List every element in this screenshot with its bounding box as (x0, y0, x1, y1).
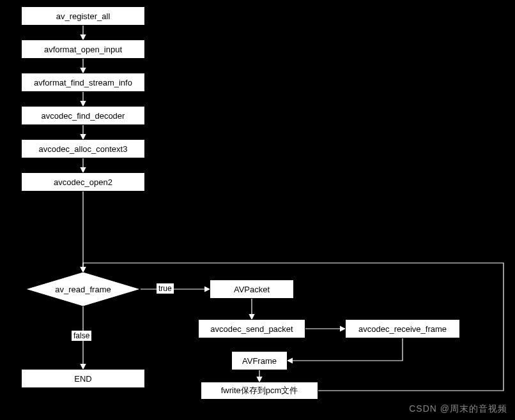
watermark: CSDN @周末的音视频 (409, 403, 507, 415)
node-send-packet: avcodec_send_packet (198, 319, 305, 338)
node-avpacket: AVPacket (210, 280, 294, 299)
node-text: avcodec_open2 (54, 177, 112, 187)
node-register: av_register_all (21, 6, 145, 26)
node-text: avformat_find_stream_info (34, 78, 132, 87)
node-read-frame-decision: av_read_frame (26, 272, 141, 306)
node-text: av_read_frame (55, 285, 111, 294)
node-open2: avcodec_open2 (21, 172, 145, 191)
watermark-text: CSDN @周末的音视频 (409, 403, 507, 414)
node-text: END (74, 374, 91, 384)
label-text: false (73, 331, 89, 340)
node-text: AVFrame (242, 356, 277, 366)
node-text: avformat_open_input (44, 45, 122, 54)
node-fwrite: fwrite保存到pcm文件 (201, 382, 318, 400)
node-text: avcodec_send_packet (210, 324, 293, 334)
node-text: AVPacket (234, 285, 270, 294)
node-text: avcodec_alloc_context3 (39, 144, 128, 154)
node-open-input: avformat_open_input (21, 40, 145, 59)
node-find-decoder: avcodec_find_decoder (21, 106, 145, 125)
label-text: true (158, 284, 172, 293)
node-find-stream: avformat_find_stream_info (21, 73, 145, 92)
node-avframe: AVFrame (231, 351, 288, 370)
node-text: avcodec_receive_frame (358, 324, 447, 334)
node-end: END (21, 369, 145, 388)
node-alloc-ctx: avcodec_alloc_context3 (21, 139, 145, 158)
label-false: false (72, 331, 91, 341)
node-text: avcodec_find_decoder (42, 111, 125, 121)
node-receive-frame: avcodec_receive_frame (345, 319, 460, 338)
node-text: av_register_all (56, 11, 111, 21)
node-text: fwrite保存到pcm文件 (221, 385, 298, 396)
label-true: true (157, 283, 174, 294)
